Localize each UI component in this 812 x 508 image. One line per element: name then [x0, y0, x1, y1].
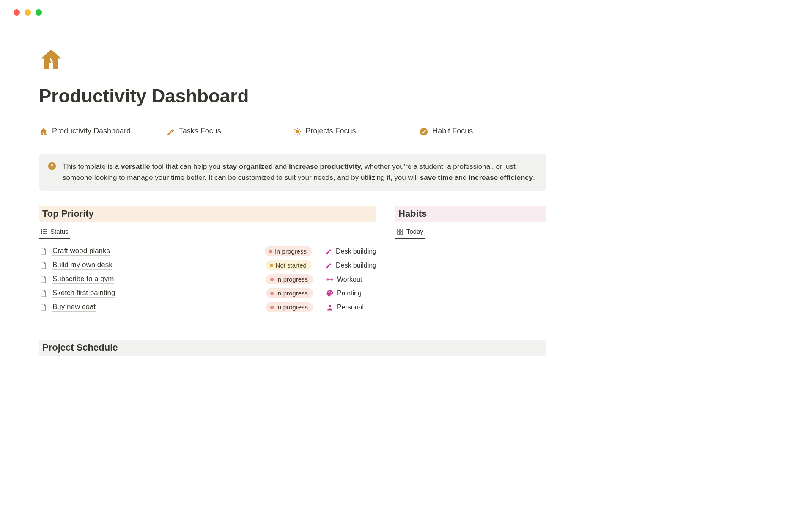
person-icon — [326, 303, 334, 311]
svg-rect-13 — [327, 278, 328, 281]
top-priority-header: Top Priority — [39, 206, 376, 222]
svg-rect-11 — [332, 278, 333, 280]
svg-rect-21 — [398, 232, 400, 234]
palette-icon — [326, 289, 334, 297]
nav-label: Productivity Dashboard — [52, 127, 131, 136]
svg-text:?: ? — [50, 163, 54, 169]
habits-header: Habits — [395, 206, 546, 222]
project-tag[interactable]: Workout — [326, 275, 376, 283]
document-icon — [39, 289, 47, 298]
task-title[interactable]: Craft wood planks — [52, 247, 110, 256]
project-label: Desk building — [336, 248, 376, 255]
grid-icon — [397, 228, 403, 235]
svg-point-17 — [330, 292, 331, 293]
minimize-window-button[interactable] — [25, 9, 31, 16]
page-icon-house[interactable] — [39, 47, 63, 72]
nav-productivity-dashboard[interactable]: Productivity Dashboard — [39, 127, 166, 136]
project-schedule-header: Project Schedule — [39, 340, 546, 356]
dumbbell-icon — [326, 275, 334, 283]
close-window-button[interactable] — [14, 9, 20, 16]
tab-status[interactable]: Status — [39, 224, 70, 239]
task-title[interactable]: Subscribe to a gym — [52, 275, 114, 284]
project-label: Desk building — [336, 262, 376, 269]
svg-rect-14 — [331, 278, 332, 281]
left-column: Top Priority Status Craft wood planksIn … — [39, 206, 376, 314]
gear-icon — [293, 127, 302, 136]
svg-point-16 — [329, 291, 330, 292]
task-row[interactable]: Buy new coatIn progressPersonal — [39, 300, 376, 314]
svg-point-9 — [41, 233, 42, 234]
task-list: Craft wood planksIn progressDesk buildin… — [39, 244, 376, 314]
hammer-icon — [324, 261, 332, 269]
check-circle-icon — [419, 127, 428, 136]
nav-label: Habit Focus — [432, 127, 473, 136]
svg-point-8 — [41, 231, 42, 232]
svg-rect-19 — [398, 229, 400, 231]
question-circle-icon: ? — [47, 161, 57, 171]
status-pill[interactable]: In progress — [265, 246, 312, 256]
nav-label: Tasks Focus — [179, 127, 221, 136]
document-icon — [39, 275, 47, 284]
window-controls — [0, 0, 585, 16]
task-row[interactable]: Build my own deskNot startedDesk buildin… — [39, 258, 376, 272]
svg-rect-12 — [328, 279, 332, 280]
page-title[interactable]: Productivity Dashboard — [39, 86, 546, 107]
project-tag[interactable]: Desk building — [324, 247, 376, 255]
top-priority-tabs: Status — [39, 224, 376, 239]
svg-point-15 — [328, 292, 329, 293]
document-icon — [39, 261, 47, 270]
project-tag[interactable]: Painting — [326, 289, 376, 297]
task-title[interactable]: Buy new coat — [52, 303, 96, 312]
task-row[interactable]: Subscribe to a gymIn progressWorkout — [39, 272, 376, 286]
svg-rect-20 — [401, 229, 403, 231]
svg-rect-10 — [326, 278, 327, 280]
nav-projects-focus[interactable]: Projects Focus — [293, 127, 420, 136]
maximize-window-button[interactable] — [36, 9, 42, 16]
habits-tabs: Today — [395, 224, 546, 239]
nav-label: Projects Focus — [306, 127, 356, 136]
status-pill[interactable]: In progress — [266, 302, 313, 312]
status-pill[interactable]: Not started — [266, 260, 312, 270]
task-row[interactable]: Craft wood planksIn progressDesk buildin… — [39, 244, 376, 258]
nav-links-row: Productivity Dashboard Tasks Focus Proje… — [39, 127, 546, 136]
list-icon — [41, 228, 47, 235]
document-icon — [39, 247, 47, 256]
task-row[interactable]: Sketch first paintingIn progressPainting — [39, 286, 376, 300]
divider — [39, 118, 546, 118]
hammer-icon — [324, 247, 332, 255]
tab-today[interactable]: Today — [395, 224, 425, 239]
task-title[interactable]: Build my own desk — [52, 261, 112, 270]
nav-tasks-focus[interactable]: Tasks Focus — [166, 127, 293, 136]
house-icon — [39, 127, 48, 136]
callout-text: This template is a versatile tool that c… — [63, 161, 538, 183]
project-label: Personal — [337, 304, 364, 311]
svg-point-18 — [329, 305, 331, 307]
tab-label: Today — [406, 228, 423, 235]
info-callout: ? This template is a versatile tool that… — [39, 154, 546, 190]
divider — [39, 145, 546, 145]
app-window: Productivity Dashboard Productivity Dash… — [0, 0, 585, 356]
two-column-layout: Top Priority Status Craft wood planksIn … — [39, 206, 546, 314]
project-label: Workout — [337, 276, 362, 283]
status-pill[interactable]: In progress — [266, 288, 313, 298]
right-column: Habits Today — [395, 206, 546, 314]
nav-habit-focus[interactable]: Habit Focus — [419, 127, 546, 136]
status-pill[interactable]: In progress — [266, 274, 313, 284]
document-icon — [39, 303, 47, 312]
project-label: Painting — [337, 290, 362, 297]
project-tag[interactable]: Personal — [326, 303, 376, 311]
hammer-icon — [166, 127, 175, 136]
page-content: Productivity Dashboard Productivity Dash… — [0, 16, 585, 356]
svg-point-0 — [296, 130, 299, 133]
svg-point-7 — [41, 229, 42, 230]
tab-label: Status — [50, 228, 69, 235]
task-title[interactable]: Sketch first painting — [52, 289, 115, 298]
svg-rect-22 — [401, 232, 403, 234]
project-tag[interactable]: Desk building — [324, 261, 376, 269]
